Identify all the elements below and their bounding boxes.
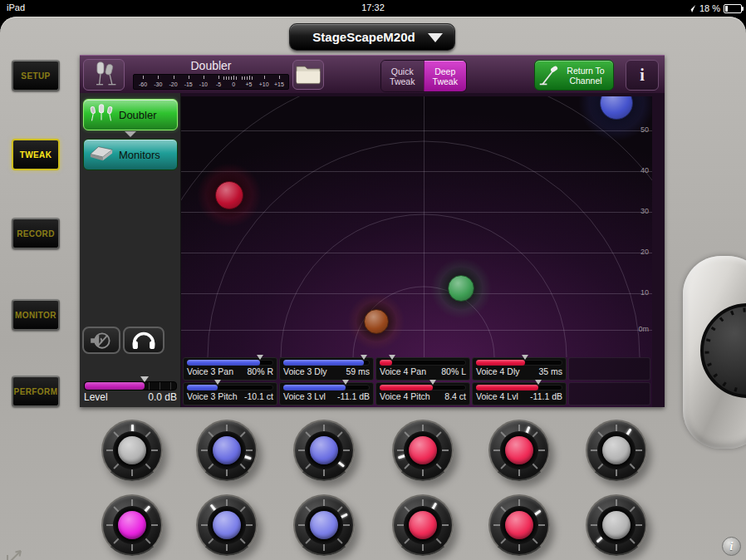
knob-cap-gray xyxy=(118,436,146,464)
knob-3-blue[interactable] xyxy=(293,420,355,481)
resize-corner-icon[interactable] xyxy=(5,547,27,560)
scroll-wheel-notches xyxy=(704,307,746,395)
knob-10-red[interactable] xyxy=(392,494,454,556)
statusbar-time: 17:32 xyxy=(0,2,746,12)
knob-cap-red xyxy=(505,436,533,464)
knob-9-blue[interactable] xyxy=(293,494,355,556)
knob-cap-red xyxy=(505,511,533,539)
knob-cap-blue xyxy=(310,511,338,539)
knob-1-gray[interactable] xyxy=(101,420,163,481)
knob-8-blue[interactable] xyxy=(196,494,258,556)
help-info-icon[interactable]: i xyxy=(722,537,741,556)
knob-cap-red xyxy=(409,511,437,539)
knob-11-red[interactable] xyxy=(488,494,550,556)
battery-icon xyxy=(724,4,742,13)
status-bar: iPad 17:32 18 % xyxy=(0,0,746,17)
knob-cap-gray xyxy=(602,511,631,539)
screen: iPad 17:32 18 % StageScapeM20d SETUPTWEA… xyxy=(0,0,746,560)
knob-5-red[interactable] xyxy=(488,420,550,481)
knob-cap-blue xyxy=(213,511,241,539)
knob-cap-blue xyxy=(310,436,338,464)
knob-cap-gray xyxy=(602,436,631,464)
knob-cap-magenta xyxy=(118,511,146,539)
knob-cap-blue xyxy=(213,436,241,464)
knob-panel xyxy=(0,17,746,560)
location-arrow-icon xyxy=(687,4,696,13)
knob-2-blue[interactable] xyxy=(196,420,258,481)
knob-cap-red xyxy=(409,436,437,464)
device-bezel: StageScapeM20d SETUPTWEAKRECORDMONITORPE… xyxy=(0,17,746,560)
scroll-wheel[interactable] xyxy=(700,303,746,398)
knob-7-magenta[interactable] xyxy=(101,494,163,556)
knob-12-gray[interactable] xyxy=(586,494,647,556)
battery-percent: 18 % xyxy=(699,3,720,13)
knob-6-gray[interactable] xyxy=(586,420,647,481)
knob-4-red[interactable] xyxy=(392,420,454,481)
